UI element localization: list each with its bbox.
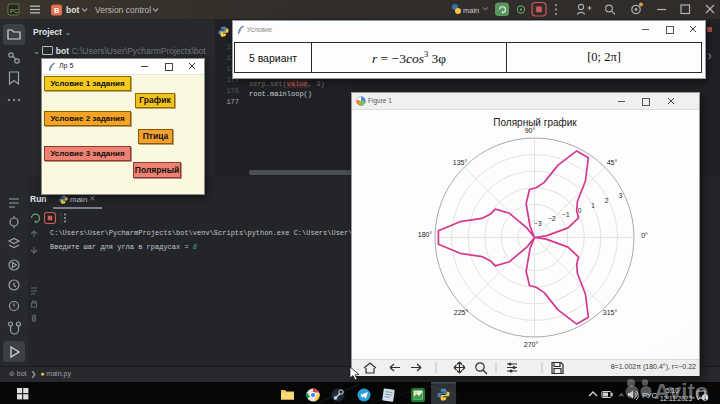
svg-text:Avito: Avito [654,379,708,404]
svg-text:B: B [54,6,60,15]
svg-text:3: 3 [619,192,623,199]
svg-text:45°: 45° [607,159,618,166]
svg-text:2: 2 [605,197,609,204]
svg-text:270°: 270° [524,341,539,348]
svg-text:1: 1 [591,202,595,209]
svg-text:−3: −3 [534,220,542,227]
svg-text:0: 0 [578,207,582,214]
svg-text:225°: 225° [454,309,469,316]
svg-text:Полярный график: Полярный график [493,117,577,128]
svg-text:0°: 0° [641,232,648,239]
svg-text:PC: PC [10,8,19,14]
svg-text:180°: 180° [418,231,433,238]
svg-text:−1: −1 [562,211,570,218]
svg-text:Version control: Version control [95,5,151,15]
svg-text:−2: −2 [548,215,556,222]
svg-text:135°: 135° [453,159,468,166]
svg-text:main: main [463,6,479,15]
svg-text:90°: 90° [525,127,536,134]
svg-text:315°: 315° [603,309,618,316]
svg-text:bot: bot [66,5,79,15]
